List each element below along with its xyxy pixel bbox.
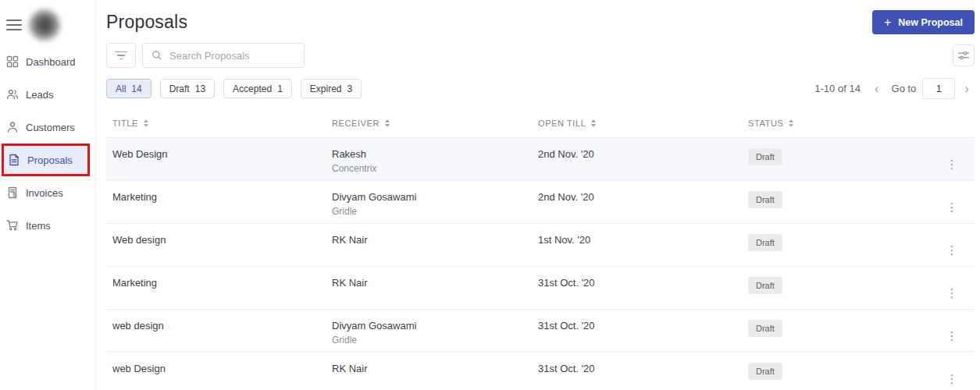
sliders-icon — [957, 50, 970, 61]
column-header-status[interactable]: STATUS — [742, 119, 929, 128]
sidebar-item-label: Invoices — [26, 187, 63, 199]
sidebar-item-leads[interactable]: Leads — [0, 78, 95, 111]
row-actions-kebab-icon[interactable]: ⋮ — [942, 328, 963, 343]
cell-status: Draft — [742, 320, 929, 337]
sidebar-item-proposals[interactable]: Proposals — [2, 144, 90, 176]
leads-people-icon — [6, 88, 19, 101]
chip-label: Draft — [169, 83, 190, 94]
hamburger-menu-icon[interactable] — [6, 20, 22, 30]
row-actions-kebab-icon[interactable]: ⋮ — [942, 157, 963, 172]
new-proposal-button[interactable]: + New Proposal — [872, 10, 975, 34]
pagination: 1-10 of 14 ‹ Go to › — [814, 78, 972, 99]
status-badge: Draft — [748, 320, 782, 337]
status-badge: Draft — [748, 234, 782, 251]
receiver-name: RK Nair — [332, 234, 532, 246]
dashboard-grid-icon — [6, 55, 19, 68]
status-badge: Draft — [748, 363, 782, 380]
proposal-document-icon — [8, 154, 20, 166]
chevron-left-icon[interactable]: ‹ — [871, 82, 882, 95]
cell-receiver: Divyam Gosawami Gridle — [326, 191, 532, 217]
sort-icon — [385, 119, 390, 127]
table-row[interactable]: Marketing RK Nair 31st Oct. '20 Draft ⋮ — [106, 267, 975, 310]
chip-label: All — [116, 83, 126, 94]
app-logo — [28, 9, 61, 41]
receiver-name: Rakesh — [332, 148, 532, 160]
cell-open-till: 31st Oct. '20 — [532, 320, 742, 332]
cell-open-till: 2nd Nov. '20 — [532, 191, 742, 203]
column-header-receiver[interactable]: RECEIVER — [326, 119, 532, 128]
cell-receiver: Rakesh Concentrix — [326, 148, 532, 174]
cell-status: Draft — [742, 191, 929, 208]
chip-draft[interactable]: Draft 13 — [160, 79, 215, 98]
chip-accepted[interactable]: Accepted 1 — [223, 79, 292, 98]
chip-all[interactable]: All 14 — [106, 79, 151, 98]
cell-title: web design — [106, 320, 326, 332]
sidebar-header — [0, 0, 95, 44]
status-badge: Draft — [748, 148, 782, 165]
row-actions-kebab-icon[interactable]: ⋮ — [942, 200, 963, 214]
filter-button[interactable] — [106, 43, 136, 68]
sidebar: Dashboard Leads Customers Proposa — [0, 0, 96, 390]
cell-receiver: RK Nair — [326, 277, 532, 292]
sidebar-item-label: Items — [26, 220, 51, 232]
sort-icon — [144, 119, 148, 127]
customer-person-icon — [6, 121, 19, 133]
pagination-range: 1-10 of 14 — [814, 83, 861, 94]
cell-status: Draft — [742, 148, 929, 165]
search-input[interactable] — [169, 50, 295, 62]
row-actions-kebab-icon[interactable]: ⋮ — [942, 243, 963, 257]
page-header: Proposals + New Proposal — [106, 0, 980, 39]
cell-status: Draft — [742, 363, 929, 380]
cell-status: Draft — [742, 234, 929, 251]
cell-title: web Design — [106, 363, 326, 374]
column-header-title[interactable]: TITLE — [106, 119, 326, 128]
new-proposal-button-label: New Proposal — [898, 17, 963, 28]
sidebar-item-label: Proposals — [27, 154, 73, 166]
table-row[interactable]: Marketing Divyam Gosawami Gridle 2nd Nov… — [106, 181, 975, 224]
receiver-name: RK Nair — [332, 363, 532, 374]
cell-open-till: 31st Oct. '20 — [532, 277, 742, 289]
table-row[interactable]: web Design RK Nair 31st Oct. '20 Draft ⋮ — [106, 353, 975, 390]
filter-chips-row: All 14 Draft 13 Accepted 1 Expired 3 1-1… — [106, 78, 980, 99]
cell-title: Web Design — [106, 148, 326, 160]
page-title: Proposals — [106, 12, 187, 33]
sidebar-item-customers[interactable]: Customers — [0, 111, 95, 144]
sidebar-item-dashboard[interactable]: Dashboard — [0, 45, 95, 78]
row-actions-kebab-icon[interactable]: ⋮ — [942, 285, 963, 300]
search-icon — [151, 50, 162, 61]
chip-label: Expired — [310, 83, 342, 94]
chip-count: 13 — [195, 83, 205, 94]
main-content: Proposals + New Proposal — [96, 0, 980, 390]
receiver-company: Concentrix — [332, 163, 532, 174]
cell-open-till: 2nd Nov. '20 — [532, 148, 742, 160]
column-header-open-till[interactable]: OPEN TILL — [532, 119, 742, 128]
row-actions-kebab-icon[interactable]: ⋮ — [942, 371, 963, 386]
chip-expired[interactable]: Expired 3 — [301, 79, 362, 98]
receiver-company: Gridle — [332, 206, 532, 217]
page-number-input[interactable] — [922, 78, 955, 99]
plus-icon: + — [884, 16, 891, 29]
chevron-right-icon[interactable]: › — [961, 82, 972, 95]
cell-receiver: Divyam Gosawami Gridle — [326, 320, 532, 346]
table-row[interactable]: Web Design Rakesh Concentrix 2nd Nov. '2… — [106, 138, 975, 181]
table-header: TITLE RECEIVER OPEN TILL STATUS — [106, 108, 975, 138]
table-row[interactable]: web design Divyam Gosawami Gridle 31st O… — [106, 310, 975, 353]
cell-open-till: 1st Nov. '20 — [532, 234, 742, 246]
table-settings-button[interactable] — [953, 44, 975, 66]
cart-icon — [6, 219, 19, 232]
sort-icon — [789, 119, 793, 127]
table-row[interactable]: Web design RK Nair 1st Nov. '20 Draft ⋮ — [106, 224, 975, 267]
receiver-name: RK Nair — [332, 277, 532, 289]
sidebar-item-items[interactable]: Items — [0, 209, 95, 242]
receiver-name: Divyam Gosawami — [332, 320, 532, 332]
chip-count: 14 — [131, 83, 141, 94]
cell-title: Web design — [106, 234, 326, 246]
search-box[interactable] — [142, 43, 305, 68]
sort-icon — [591, 119, 596, 127]
sidebar-nav: Dashboard Leads Customers Proposa — [0, 45, 95, 242]
sidebar-item-invoices[interactable]: $ Invoices — [0, 176, 95, 209]
cell-status: Draft — [742, 277, 929, 294]
sidebar-item-label: Customers — [26, 122, 75, 133]
sidebar-item-label: Leads — [26, 89, 53, 101]
status-badge: Draft — [748, 191, 782, 208]
